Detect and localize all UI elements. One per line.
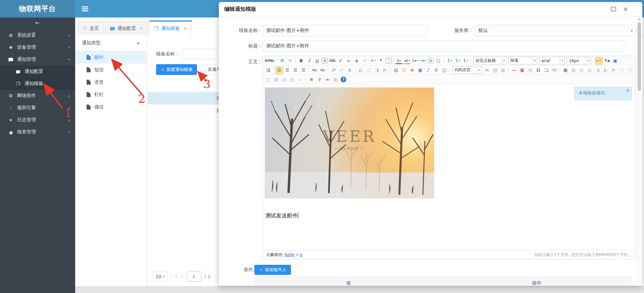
preview-icon[interactable]: ⚲ bbox=[316, 76, 323, 83]
scroll-up-arrow-icon[interactable]: ▲ bbox=[637, 17, 642, 20]
tab-notice-template[interactable]: ❐ 通知模板 × bbox=[149, 20, 192, 36]
print-icon[interactable]: ⧈ bbox=[308, 76, 315, 83]
snapshot-icon[interactable]: ◎ bbox=[499, 67, 507, 74]
to-lowercase-icon[interactable]: Aa bbox=[319, 67, 326, 74]
insert-image-icon[interactable]: ▧ bbox=[392, 67, 400, 74]
align-right-icon[interactable]: ☰ bbox=[292, 67, 299, 74]
search-replace-icon[interactable]: ∞ bbox=[324, 76, 331, 83]
float-left-icon[interactable]: ◧ bbox=[357, 67, 364, 74]
insert-template-icon[interactable]: ◱ bbox=[441, 67, 448, 74]
subject-input[interactable] bbox=[262, 40, 624, 52]
insert-columns-icon[interactable]: ◫ bbox=[491, 67, 499, 74]
bold-icon[interactable]: B bbox=[297, 57, 305, 65]
auto-format-icon[interactable]: ✷▾ bbox=[369, 57, 377, 65]
close-icon[interactable]: × bbox=[140, 26, 143, 31]
prev-page-button[interactable]: ‹ bbox=[181, 274, 183, 280]
paste-as-text-icon[interactable]: T bbox=[386, 58, 391, 64]
line-height-icon[interactable]: ↕▾ bbox=[462, 57, 469, 65]
dir-rtl-icon[interactable]: ¶◀ bbox=[603, 57, 611, 65]
sidebar-item-notice-template[interactable]: ❐ 通知模板 bbox=[0, 78, 75, 90]
page-break-icon[interactable]: ▱ bbox=[297, 76, 304, 83]
highlight-color-icon[interactable]: ab▾ bbox=[403, 57, 411, 65]
close-icon[interactable]: × bbox=[626, 88, 630, 93]
menu-toggle-icon[interactable] bbox=[82, 6, 88, 12]
float-default-icon[interactable]: ◫ bbox=[365, 67, 373, 74]
tab-home[interactable]: ⚇ 首页 bbox=[78, 21, 104, 35]
page-size-select[interactable]: 10 ▾ bbox=[153, 271, 167, 281]
scrollbar-thumb[interactable] bbox=[638, 22, 641, 91]
table-sort-icon[interactable]: ▥ bbox=[289, 76, 296, 83]
table-title-icon[interactable]: ▤ bbox=[578, 67, 585, 74]
anchor-text-icon[interactable]: a bbox=[428, 58, 434, 64]
special-chars-icon[interactable]: Ω bbox=[535, 67, 542, 74]
align-center-icon[interactable]: ☰ bbox=[284, 67, 291, 74]
sidebar-item-device-management[interactable]: ❖ 设备管理 ‹ bbox=[0, 41, 75, 53]
table-avg-cols-icon[interactable]: ▦ bbox=[273, 76, 280, 83]
path-body-link[interactable]: body bbox=[285, 252, 295, 257]
underline-icon[interactable]: U bbox=[313, 57, 321, 65]
float-center-icon[interactable]: ◩ bbox=[381, 67, 389, 74]
font-size-select[interactable]: 16px▾ bbox=[567, 57, 591, 65]
float-right-icon[interactable]: ◨ bbox=[373, 67, 381, 74]
insert-col-icon[interactable]: ◧ bbox=[602, 67, 609, 74]
add-recipient-button[interactable]: ＋ 添加收件人 bbox=[254, 265, 291, 275]
dir-ltr-icon[interactable]: ▶¶ bbox=[595, 57, 603, 65]
para-spacing-bottom-icon[interactable]: ↧▾ bbox=[454, 57, 461, 65]
inserted-winter-image[interactable]: VEER — by iStock — bbox=[265, 87, 434, 198]
notice-type-voice[interactable]: 语音 bbox=[75, 76, 147, 88]
sidebar-item-notice-config[interactable]: 通知配置 bbox=[0, 66, 75, 78]
sidebar-item-system-settings[interactable]: ⚙ 系统设置 ‹ bbox=[0, 29, 75, 41]
subscript-icon[interactable]: x₂ bbox=[345, 57, 352, 65]
para-spacing-top-icon[interactable]: ↥▾ bbox=[446, 57, 453, 65]
insert-map-icon[interactable]: ❏ bbox=[543, 67, 550, 74]
help-icon[interactable]: ? bbox=[341, 77, 346, 82]
notice-type-sms[interactable]: 短信 bbox=[75, 64, 147, 76]
insert-music-icon[interactable]: ♪ bbox=[425, 67, 432, 74]
undo-icon[interactable]: ↺ bbox=[278, 57, 286, 65]
collapse-panel-icon[interactable]: « bbox=[137, 40, 140, 46]
code-language-select[interactable]: 代码语言▾ bbox=[452, 66, 482, 74]
modal-scrollbar[interactable]: ▲ bbox=[637, 17, 642, 285]
insert-code-icon[interactable]: ≒ bbox=[483, 67, 491, 74]
clipboard-icon[interactable]: ▥ bbox=[332, 76, 339, 83]
blockquote-icon[interactable]: ❝ bbox=[377, 57, 385, 65]
scrawl-icon[interactable]: ❀ bbox=[408, 67, 416, 74]
new-template-button[interactable]: ＋ 新建通知模板 bbox=[156, 64, 197, 75]
insert-video-icon[interactable]: ▦ bbox=[416, 67, 424, 74]
full-preview-icon[interactable]: ▣ bbox=[611, 57, 619, 65]
align-justify-icon[interactable]: ☰ bbox=[300, 67, 307, 74]
close-icon[interactable]: × bbox=[623, 7, 628, 11]
redo-icon[interactable]: ↻ bbox=[286, 57, 294, 65]
link-icon[interactable]: ☍ bbox=[330, 67, 337, 74]
notice-type-wechat[interactable]: 微信 bbox=[75, 101, 147, 113]
insert-date-icon[interactable]: ▦ bbox=[518, 67, 526, 74]
unordered-list-icon[interactable]: •≡▾ bbox=[419, 57, 427, 65]
indent-icon[interactable]: ⇶ bbox=[264, 67, 272, 74]
blank-doc-icon[interactable]: ▢ bbox=[435, 57, 442, 65]
horizontal-rule-icon[interactable]: — bbox=[510, 67, 518, 74]
merge-cells-icon[interactable]: ◰ bbox=[618, 67, 626, 74]
template-name-input[interactable] bbox=[262, 25, 428, 36]
notice-type-email[interactable]: 邮件 bbox=[75, 51, 147, 64]
notice-type-dingtalk[interactable]: 钉钉 bbox=[75, 88, 147, 101]
sidebar-item-log-management[interactable]: ✦ 日志管理 ‹ bbox=[0, 114, 75, 126]
font-color-icon[interactable]: A▾ bbox=[395, 57, 403, 65]
superscript-icon[interactable]: x² bbox=[337, 57, 344, 65]
split-cells-icon[interactable]: ◳ bbox=[626, 67, 634, 74]
insert-table-icon[interactable]: ▦ bbox=[562, 67, 569, 74]
strikethrough-icon[interactable]: ABC bbox=[329, 57, 336, 65]
table-select-icon[interactable]: ▤ bbox=[281, 76, 288, 83]
delete-table-icon[interactable]: ▦ bbox=[570, 67, 577, 74]
insert-time-icon[interactable]: ◷ bbox=[527, 67, 534, 74]
delete-row-icon[interactable]: ◨ bbox=[594, 67, 601, 74]
italic-icon[interactable]: I bbox=[305, 57, 313, 65]
attachment-icon[interactable]: ✇ bbox=[433, 67, 440, 74]
to-uppercase-icon[interactable]: Aa bbox=[311, 67, 318, 74]
word-import-icon[interactable]: W bbox=[551, 67, 558, 74]
unlink-icon[interactable]: ☍ bbox=[338, 67, 345, 74]
editor-text-paragraph[interactable]: 测试发送邮件 bbox=[265, 212, 633, 219]
emotion-icon[interactable]: ☺ bbox=[400, 67, 408, 74]
custom-title-select[interactable]: 自定义标题▾ bbox=[474, 57, 506, 65]
delete-col-icon[interactable]: ◩ bbox=[610, 67, 617, 74]
font-family-select[interactable]: arial▾ bbox=[539, 57, 565, 65]
